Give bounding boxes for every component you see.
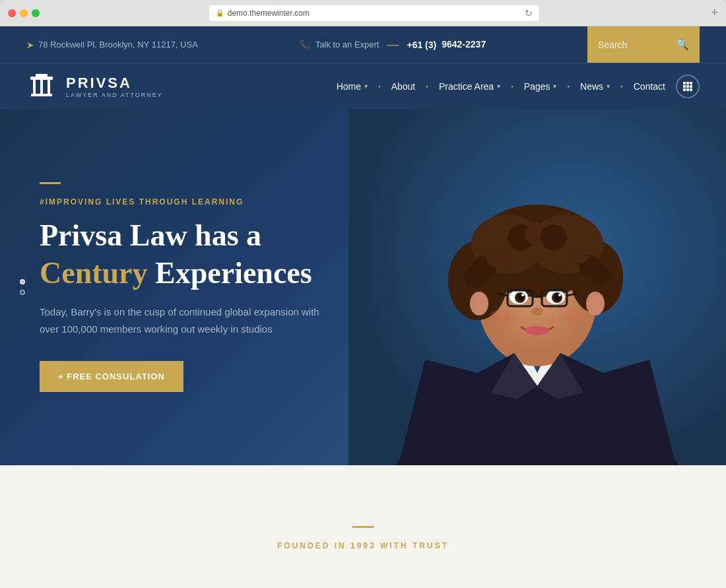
nav-dot-5: ● (620, 84, 623, 88)
founded-accent-line (352, 526, 374, 528)
nav-item-pages[interactable]: Pages ▾ (516, 63, 565, 110)
nav-dot-2: ● (426, 84, 428, 88)
logo-name: PRIVSA (66, 75, 163, 92)
svg-point-36 (586, 292, 605, 315)
url-text: demo.themewinter.com (228, 9, 310, 18)
svg-rect-7 (686, 82, 689, 84)
site-content: ➤ 78 Rockwell Pl, Brooklyn, NY 11217, US… (0, 26, 726, 588)
nav-dot-4: ● (567, 84, 570, 88)
phone-detail: 9642-2237 (442, 38, 486, 50)
hero-content: #IMPROVING LIVES THROUGH LEARNING Privsa… (0, 143, 356, 432)
browser-window: 🔒 demo.themewinter.com ↻ + ➤ 78 Rockwell… (0, 0, 726, 588)
maximize-button[interactable] (32, 9, 40, 17)
svg-point-43 (521, 294, 524, 296)
new-tab-button[interactable]: + (711, 6, 718, 20)
svg-point-50 (531, 308, 543, 315)
phone-main: +61 (3) (407, 40, 436, 50)
logo[interactable]: PRIVSA LAWYER AND ATTORNEY (26, 71, 163, 102)
nav-news-label: News (580, 81, 603, 92)
svg-point-44 (558, 294, 561, 296)
news-dropdown-icon: ▾ (607, 82, 610, 90)
phone-number: 9642-2237 (442, 38, 486, 50)
phone-icon: 📞 (300, 40, 310, 49)
svg-rect-6 (683, 82, 686, 84)
hero-section: #IMPROVING LIVES THROUGH LEARNING Privsa… (0, 109, 726, 465)
location-icon: ➤ (26, 40, 34, 50)
divider: — (387, 38, 399, 51)
svg-rect-2 (40, 79, 43, 94)
hero-tagline: #IMPROVING LIVES THROUGH LEARNING (40, 197, 330, 207)
pages-dropdown-icon: ▾ (553, 82, 556, 90)
svg-rect-14 (690, 88, 692, 91)
slide-dot-2[interactable] (20, 290, 25, 295)
hero-title-experiences: Experiences (155, 256, 312, 290)
nav-pages-label: Pages (524, 81, 550, 92)
nav-item-home[interactable]: Home ▾ (329, 63, 376, 110)
hero-title-line2: Century Experiences (40, 256, 330, 291)
practice-dropdown-icon: ▾ (497, 82, 500, 90)
below-hero-section: FOUNDED IN 1993 WITH TRUST (0, 465, 726, 588)
nav-practice-label: Practice Area (439, 81, 494, 92)
nav-item-news[interactable]: News ▾ (572, 63, 618, 110)
close-button[interactable] (8, 9, 16, 17)
logo-text: PRIVSA LAWYER AND ATTORNEY (66, 75, 163, 98)
reload-button[interactable]: ↻ (525, 8, 533, 18)
svg-rect-0 (31, 94, 52, 96)
svg-point-31 (590, 265, 610, 285)
svg-rect-5 (36, 74, 48, 77)
talk-label: Talk to an Expert (315, 40, 380, 49)
svg-rect-1 (33, 79, 36, 94)
nav-dot-3: ● (511, 84, 513, 88)
svg-point-34 (541, 224, 567, 251)
search-bar: 🔍 (587, 26, 700, 63)
svg-point-51 (525, 326, 549, 335)
nav-home-label: Home (337, 81, 361, 92)
logo-tagline: LAWYER AND ATTORNEY (66, 92, 163, 98)
nav-links: Home ▾ ● About ● Practice Area ▾ ● Pages… (329, 63, 700, 110)
svg-point-30 (571, 245, 589, 263)
top-bar-address: ➤ 78 Rockwell Pl, Brooklyn, NY 11217, US… (26, 40, 198, 50)
svg-rect-11 (690, 85, 692, 88)
minimize-button[interactable] (20, 9, 28, 17)
address-bar[interactable]: 🔒 demo.themewinter.com ↻ (209, 5, 539, 21)
lawyer-illustration (348, 109, 726, 465)
home-dropdown-icon: ▾ (364, 82, 368, 90)
svg-rect-54 (348, 109, 478, 465)
grid-menu-button[interactable] (676, 75, 700, 98)
logo-icon (26, 71, 57, 102)
nav-item-practice[interactable]: Practice Area ▾ (431, 63, 508, 110)
hero-title-line1: Privsa Law has a (40, 218, 330, 253)
svg-rect-13 (686, 88, 689, 91)
hero-description: Today, Barry's is on the cusp of continu… (40, 304, 330, 337)
nav-item-about[interactable]: About (383, 63, 424, 110)
traffic-lights (8, 9, 40, 17)
svg-rect-3 (48, 79, 50, 94)
address-text: 78 Rockwell Pl, Brooklyn, NY 11217, USA (38, 40, 198, 49)
slide-indicators (20, 279, 25, 295)
browser-chrome: 🔒 demo.themewinter.com ↻ + (0, 0, 726, 26)
top-bar: ➤ 78 Rockwell Pl, Brooklyn, NY 11217, US… (0, 26, 726, 63)
nav-contact-label: Contact (634, 81, 665, 92)
nav-item-contact[interactable]: Contact (626, 63, 673, 110)
nav-bar: PRIVSA LAWYER AND ATTORNEY Home ▾ ● Abou… (0, 63, 726, 109)
nav-dot-1: ● (378, 84, 381, 88)
svg-rect-9 (683, 85, 686, 88)
hero-title-gold: Century (40, 256, 148, 290)
svg-rect-12 (683, 88, 686, 91)
slide-dot-1[interactable] (20, 279, 25, 284)
svg-point-52 (489, 310, 513, 325)
svg-rect-10 (686, 85, 689, 88)
svg-point-53 (562, 310, 585, 325)
nav-about-label: About (391, 81, 416, 92)
svg-point-27 (486, 247, 506, 267)
lock-icon: 🔒 (216, 9, 224, 16)
search-button[interactable]: 🔍 (676, 38, 689, 51)
top-bar-phone: 📞 Talk to an Expert — +61 (3) 9642-2237 (300, 38, 486, 51)
svg-rect-8 (690, 82, 692, 84)
search-input[interactable] (598, 40, 671, 50)
cta-button[interactable]: + FREE CONSULATION (40, 361, 183, 392)
founded-text: FOUNDED IN 1993 WITH TRUST (277, 541, 449, 550)
hero-accent-line (40, 182, 61, 184)
